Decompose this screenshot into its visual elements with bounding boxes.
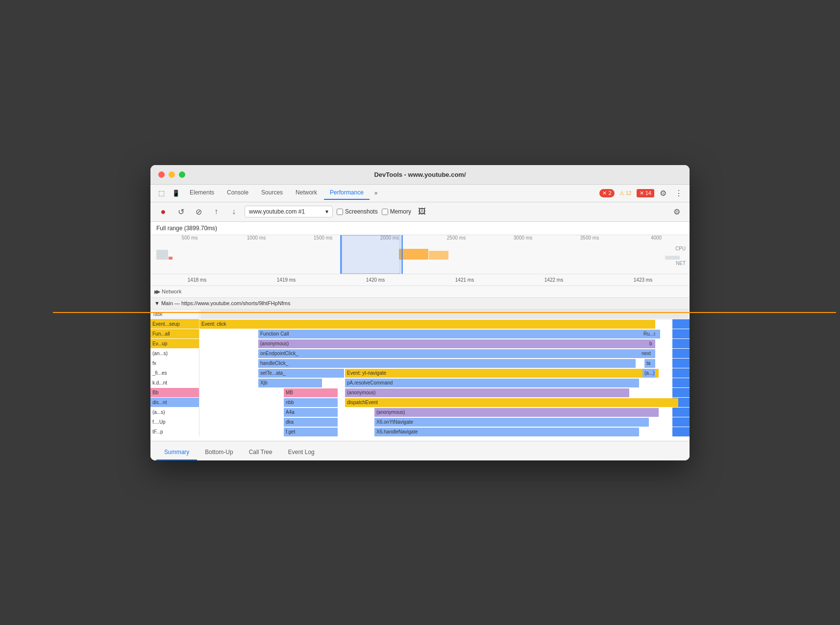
minimize-button[interactable] [169, 171, 175, 178]
download-button[interactable]: ↓ [227, 205, 241, 218]
bottom-tab-bottomup[interactable]: Bottom-Up [197, 445, 241, 460]
flame-label-5: _fi...es [150, 368, 199, 378]
tab-console[interactable]: Console [221, 186, 254, 200]
flame-block-mb[interactable]: MB [284, 388, 338, 397]
flame-scroll-area [672, 319, 690, 329]
flame-block-xjb[interactable]: Xjb [258, 379, 322, 387]
flame-block-b[interactable]: b [647, 339, 655, 348]
tab-sources[interactable]: Sources [255, 186, 289, 200]
clear-button[interactable]: ⊘ [192, 205, 205, 218]
timeline-selection[interactable] [342, 235, 400, 274]
flame-block-anonymous-9[interactable]: (anonymous) [374, 408, 659, 417]
bottom-tab-summary[interactable]: Summary [156, 445, 197, 460]
detail-ruler: 1418 ms 1419 ms 1420 ms 1421 ms 1422 ms … [150, 274, 690, 286]
window-title: DevTools - www.youtube.com/ [374, 171, 466, 178]
flame-label-9: (a...s) [150, 408, 199, 417]
flame-block-a4a[interactable]: A4a [284, 408, 338, 417]
network-label: ▶ Network [156, 288, 181, 295]
device-toggle-icon[interactable]: 📱 [169, 186, 183, 200]
close-button[interactable] [158, 171, 165, 178]
flame-block-handlenavigate[interactable]: X6.handleNavigate [374, 428, 639, 436]
performance-settings-icon[interactable]: ⚙ [670, 205, 684, 218]
error-icon: ✕ [602, 190, 607, 196]
flame-content-11: f.get X6.handleNavigate [199, 427, 672, 436]
flame-block-onytnavigate[interactable]: X6.onYtNavigate [374, 418, 649, 427]
more-tabs-icon[interactable]: » [371, 188, 382, 198]
tab-bar: ⬚ 📱 Elements Console Sources Network Per… [150, 185, 690, 202]
bottom-tab-eventlog[interactable]: Event Log [280, 445, 322, 460]
flame-content-10: dka X6.onYtNavigate [199, 417, 672, 427]
bottom-tab-bar: Summary Bottom-Up Call Tree Event Log [150, 441, 690, 460]
flame-block-nbb[interactable]: nbb [284, 398, 338, 407]
flame-block-next[interactable]: next [640, 349, 655, 358]
ruler-4000: 4000 [623, 235, 690, 245]
flame-block-setteata[interactable]: setTe...ata_ [258, 369, 344, 378]
timeline-overview[interactable]: 500 ms 1000 ms 1500 ms 2000 ms 2500 ms 3… [150, 235, 690, 274]
flame-block-onendpoint[interactable]: onEndpointClick_ [258, 349, 645, 358]
flame-content-5: setTe...ata_ Event: yt-navigate (a...) [199, 368, 672, 378]
info-badge[interactable]: ✕ 14 [637, 189, 654, 197]
warn-badge[interactable]: ⚠ 12 [617, 189, 635, 197]
flame-content-8: nbb dispatchEvent [199, 398, 672, 407]
screenshots-checkbox[interactable] [337, 209, 343, 215]
detail-1421: 1421 ms [420, 277, 509, 283]
record-button[interactable]: ● [156, 205, 170, 218]
info-count: 14 [645, 190, 651, 196]
flame-block-dispatch[interactable]: dispatchEvent [345, 398, 678, 407]
warn-icon: ⚠ [619, 190, 624, 196]
task-bar [200, 310, 689, 318]
flame-content-9: A4a (anonymous) [199, 408, 672, 417]
flame-row-7: Bb MB (anonymous) [150, 388, 690, 398]
flame-content-6: Xjb pA.resolveCommand [199, 378, 672, 387]
main-thread-label[interactable]: ▼ Main — https://www.youtube.com/shorts/… [150, 298, 690, 310]
screenshot-icon[interactable]: 🖼 [415, 205, 429, 218]
maximize-button[interactable] [179, 171, 185, 178]
task-label: Task [150, 311, 199, 318]
flame-label-1: Fun...all [150, 329, 199, 338]
main-thread-text: ▼ Main — https://www.youtube.com/shorts/… [154, 300, 290, 306]
ruler-3500: 3500 ms [556, 235, 623, 245]
flame-block-function-call[interactable]: Function Call [258, 330, 660, 338]
flame-label-10: f....Up [150, 417, 199, 427]
flame-block-handleclick[interactable]: handleClick_ [258, 359, 636, 368]
error-badge[interactable]: ✕ 2 [599, 189, 614, 197]
network-section[interactable]: ▶ ▶ Network [150, 286, 690, 298]
flame-label-4: fx [150, 359, 199, 368]
tab-elements[interactable]: Elements [184, 186, 220, 200]
tab-badges: ✕ 2 ⚠ 12 ✕ 14 ⚙ ⋮ [599, 186, 686, 200]
reload-button[interactable]: ↺ [174, 205, 188, 218]
flame-content-0: Event: click [199, 319, 672, 329]
flame-block-anonymous-7[interactable]: (anonymous) [345, 388, 629, 397]
ruler-3000: 3000 ms [490, 235, 556, 245]
flame-block-anonymous-2[interactable]: (anonymous) [258, 339, 655, 348]
action-bar: ● ↺ ⊘ ↑ ↓ www.youtube.com #1 ▾ Screensho… [150, 202, 690, 222]
flame-block-a5[interactable]: (a...) [642, 369, 655, 378]
flame-row-3: (an...s) onEndpointClick_ next [150, 349, 690, 359]
element-picker-icon[interactable]: ⬚ [154, 186, 168, 200]
flame-block-event-click[interactable]: Event: click [199, 320, 655, 329]
flame-block-resolve[interactable]: pA.resolveCommand [345, 379, 639, 387]
flame-block-dka[interactable]: dka [284, 418, 338, 427]
upload-button[interactable]: ↑ [209, 205, 223, 218]
url-selector[interactable]: www.youtube.com #1 ▾ [245, 206, 333, 217]
more-options-icon[interactable]: ⋮ [672, 186, 686, 200]
memory-checkbox[interactable] [382, 209, 388, 215]
flame-row-6: k.d...nt Xjb pA.resolveCommand [150, 378, 690, 388]
memory-checkbox-label[interactable]: Memory [382, 208, 411, 215]
bottom-tab-calltree[interactable]: Call Tree [241, 445, 280, 460]
flame-block-fget[interactable]: f.get [284, 428, 338, 436]
flame-block-ytnavigate[interactable]: Event: yt-navigate [345, 369, 659, 378]
window-controls [158, 171, 185, 178]
memory-label: Memory [390, 208, 411, 215]
screenshots-checkbox-label[interactable]: Screenshots [337, 208, 378, 215]
flame-row-9: (a...s) A4a (anonymous) [150, 408, 690, 417]
settings-icon[interactable]: ⚙ [656, 186, 670, 200]
flame-scroll-2 [672, 339, 690, 348]
flame-label-11: tF...p [150, 427, 199, 436]
ruler-marks: 500 ms 1000 ms 1500 ms 2000 ms 2500 ms 3… [150, 235, 690, 245]
tab-network[interactable]: Network [290, 186, 323, 200]
warn-count: 12 [626, 190, 632, 196]
flame-block-ta[interactable]: ta [644, 359, 655, 368]
tab-performance[interactable]: Performance [324, 186, 370, 200]
flame-block-rus[interactable]: Ru...s [642, 330, 655, 338]
